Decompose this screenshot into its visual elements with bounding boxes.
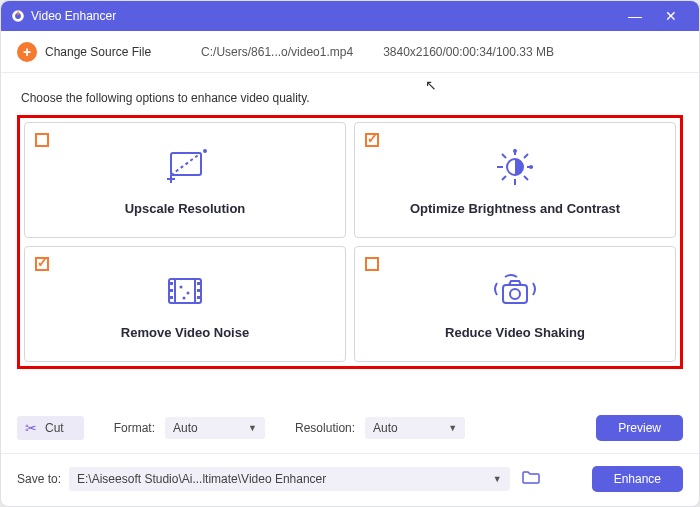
svg-point-31 [510,289,520,299]
hint-text: Choose the following options to enhance … [21,91,683,105]
svg-rect-23 [170,296,173,299]
toolbar: ✂ Cut Format: Auto ▼ Resolution: Auto ▼ … [1,405,699,447]
options-grid: Upscale Resolution Optimize Brightness a… [24,122,676,362]
svg-line-14 [502,176,506,180]
option-label: Reduce Video Shaking [445,325,585,340]
brightness-icon [491,145,539,189]
bottom-bar: Save to: E:\Aiseesoft Studio\Ai...ltimat… [1,454,699,506]
resolution-dropdown[interactable]: Auto ▼ [365,417,465,439]
upscale-icon [161,145,209,189]
change-source-button[interactable]: + Change Source File [17,42,151,62]
option-label: Upscale Resolution [125,201,246,216]
chevron-down-icon: ▼ [448,423,457,433]
save-to-label: Save to: [17,472,61,486]
svg-point-17 [529,165,533,169]
format-dropdown[interactable]: Auto ▼ [165,417,265,439]
highlight-box: Upscale Resolution Optimize Brightness a… [17,115,683,369]
plus-icon: + [17,42,37,62]
scissors-icon: ✂ [25,420,37,436]
svg-line-3 [171,153,201,175]
format-label: Format: [114,421,155,435]
svg-point-6 [203,149,207,153]
resolution-value: Auto [373,421,398,435]
save-path-dropdown[interactable]: E:\Aiseesoft Studio\Ai...ltimate\Video E… [69,467,510,491]
checkbox-noise[interactable] [35,257,49,271]
app-window: Video Enhancer — ✕ + Change Source File … [0,0,700,507]
svg-rect-26 [197,296,200,299]
source-info: 3840x2160/00:00:34/100.33 MB [383,45,554,59]
window-title: Video Enhancer [31,9,617,23]
svg-point-27 [180,285,183,288]
option-label: Remove Video Noise [121,325,249,340]
svg-point-16 [513,149,517,153]
title-bar: Video Enhancer — ✕ [1,1,699,31]
format-value: Auto [173,421,198,435]
option-brightness-contrast[interactable]: Optimize Brightness and Contrast [354,122,676,238]
change-source-label: Change Source File [45,45,151,59]
source-bar: + Change Source File C:/Users/861...o/vi… [1,31,699,73]
resolution-label: Resolution: [295,421,355,435]
cut-label: Cut [45,421,64,435]
enhance-button[interactable]: Enhance [592,466,683,492]
app-icon [11,9,25,23]
option-reduce-shaking[interactable]: Reduce Video Shaking [354,246,676,362]
save-path-value: E:\Aiseesoft Studio\Ai...ltimate\Video E… [77,472,326,486]
option-remove-noise[interactable]: Remove Video Noise [24,246,346,362]
svg-rect-24 [197,282,200,285]
minimize-button[interactable]: — [617,8,653,24]
checkbox-shaking[interactable] [365,257,379,271]
open-folder-button[interactable] [518,470,544,488]
camera-shake-icon [487,269,543,313]
svg-rect-22 [170,289,173,292]
svg-line-13 [524,176,528,180]
svg-point-28 [187,291,190,294]
content-area: ↖ Choose the following options to enhanc… [1,73,699,405]
svg-line-15 [524,154,528,158]
svg-line-12 [502,154,506,158]
svg-rect-30 [503,285,527,303]
film-icon [161,269,209,313]
checkbox-brightness[interactable] [365,133,379,147]
option-label: Optimize Brightness and Contrast [410,201,620,216]
svg-point-29 [183,296,186,299]
source-path: C:/Users/861...o/video1.mp4 [201,45,353,59]
preview-button[interactable]: Preview [596,415,683,441]
checkbox-upscale[interactable] [35,133,49,147]
cut-button[interactable]: ✂ Cut [17,416,84,440]
svg-rect-18 [169,279,201,303]
svg-rect-21 [170,282,173,285]
chevron-down-icon: ▼ [493,474,502,484]
chevron-down-icon: ▼ [248,423,257,433]
option-upscale-resolution[interactable]: Upscale Resolution [24,122,346,238]
close-button[interactable]: ✕ [653,8,689,24]
svg-rect-25 [197,289,200,292]
